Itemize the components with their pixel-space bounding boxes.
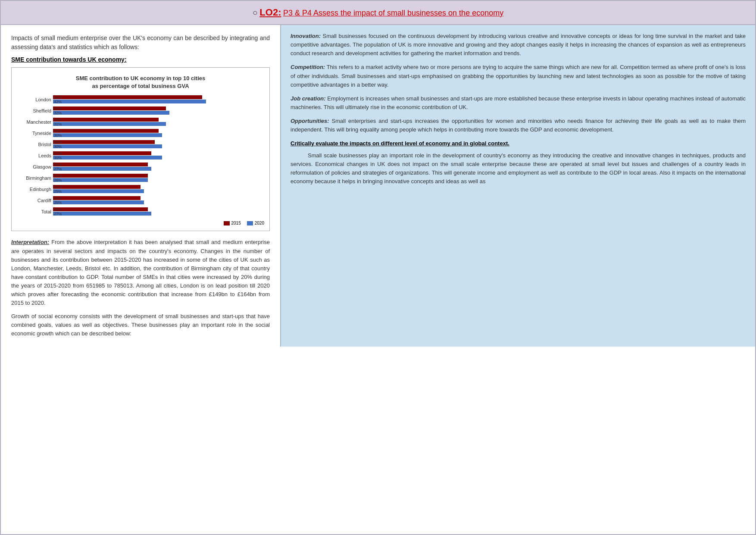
header-bullet: ○ [253, 8, 258, 17]
bar-label: Leeds [17, 153, 51, 158]
bar-row: Birmingham26%26% [17, 174, 264, 182]
bar-row: Manchester29%31% [17, 118, 264, 126]
bar-label: Manchester [17, 119, 51, 125]
chart-title: SME contribution to UK economy in top 10… [17, 75, 264, 90]
content-area: Impacts of small medium enterprise over … [1, 25, 755, 347]
social-economy-block: Growth of social economy consists with t… [11, 312, 270, 338]
bar-row: Sheffield31%32% [17, 106, 264, 115]
bar-label: Edinburgh [17, 187, 51, 192]
legend-box-2015 [224, 221, 230, 225]
competition-section: Competition: This refers to a market act… [291, 63, 746, 89]
bar-2015: 41% [53, 95, 202, 99]
bar-2015: 26% [53, 174, 148, 178]
bar-label: Glasgow [17, 164, 51, 169]
bar-row: Glasgow26%27% [17, 163, 264, 171]
bar-2015: 31% [53, 106, 166, 110]
bar-row: Edinburgh24%25% [17, 185, 264, 193]
interpretation-body: From the above interpretation it has bee… [11, 239, 270, 306]
bar-2020: 27% [53, 212, 151, 216]
bar-2020: 42% [53, 100, 206, 103]
legend-2015: 2015 [224, 221, 241, 225]
bar-row: London41%42% [17, 95, 264, 103]
critically-text: Small scale businesses play an important… [291, 151, 746, 186]
legend-2020: 2020 [247, 221, 264, 225]
bar-2020: 32% [53, 111, 169, 115]
opportunities-label: Opportunities: [291, 118, 329, 124]
opportunities-section: Opportunities: Small enterprises and sta… [291, 117, 746, 134]
bar-label: Cardiff [17, 198, 51, 203]
interpretation-block: Interpretation: From the above interpret… [11, 238, 270, 307]
bar-label: Bristol [17, 142, 51, 147]
bar-2020: 25% [53, 200, 144, 204]
bar-2015: 26% [53, 207, 148, 211]
bar-row: Total26%27% [17, 207, 264, 216]
innovation-section: Innovation: Small businesses focused on … [291, 32, 746, 58]
bar-2020: 30% [53, 133, 162, 137]
bar-row: Leeds27%30% [17, 151, 264, 160]
bar-2015: 24% [53, 185, 141, 189]
innovation-label: Innovation: [291, 33, 321, 39]
chart-container: SME contribution to UK economy in top 10… [11, 67, 270, 231]
bar-2015: 29% [53, 129, 159, 133]
bar-2015: 27% [53, 151, 151, 155]
bar-row: Bristol28%30% [17, 140, 264, 148]
bar-2020: 26% [53, 178, 148, 182]
job-label: Job creation: [291, 95, 326, 102]
interpretation-label: Interpretation: [11, 239, 49, 245]
lo-desc-text: P3 & P4 Assess the impact of small busin… [283, 9, 503, 17]
bar-2020: 30% [53, 144, 162, 148]
lo-label-text: LO2: [259, 7, 281, 18]
bar-2020: 30% [53, 156, 162, 160]
legend-box-2020 [247, 221, 253, 225]
intro-text: Impacts of small medium enterprise over … [11, 34, 270, 52]
bar-row: Cardiff24%25% [17, 196, 264, 204]
legend-label-2020: 2020 [255, 221, 264, 225]
chart-area: London41%42%Sheffield31%32%Manchester29%… [17, 95, 264, 217]
bar-2020: 31% [53, 122, 166, 126]
sme-heading: SME contribution towards UK economy: [11, 56, 270, 63]
bar-2020: 27% [53, 167, 151, 171]
legend-label-2015: 2015 [231, 221, 241, 225]
critically-heading: Critically evaluate the impacts on diffe… [291, 139, 746, 148]
chart-legend: 2015 2020 [17, 221, 264, 225]
bar-2015: 26% [53, 163, 148, 166]
bar-2015: 29% [53, 118, 159, 122]
right-column: Innovation: Small businesses focused on … [281, 25, 755, 347]
job-creation-section: Job creation: Employment is increases wh… [291, 94, 746, 112]
header-bar: ○ LO2: P3 & P4 Assess the impact of smal… [1, 1, 755, 25]
bar-label: London [17, 97, 51, 102]
bar-label: Tyneside [17, 131, 51, 136]
bar-2020: 25% [53, 189, 144, 193]
competition-label: Competition: [291, 64, 325, 70]
bar-label: Total [17, 209, 51, 214]
page-container: ○ LO2: P3 & P4 Assess the impact of smal… [0, 0, 756, 535]
bar-label: Sheffield [17, 108, 51, 113]
bar-2015: 24% [53, 196, 141, 200]
left-column: Impacts of small medium enterprise over … [1, 25, 281, 347]
bar-row: Tyneside29%30% [17, 129, 264, 137]
bar-label: Birmingham [17, 175, 51, 181]
bar-2015: 28% [53, 140, 155, 144]
